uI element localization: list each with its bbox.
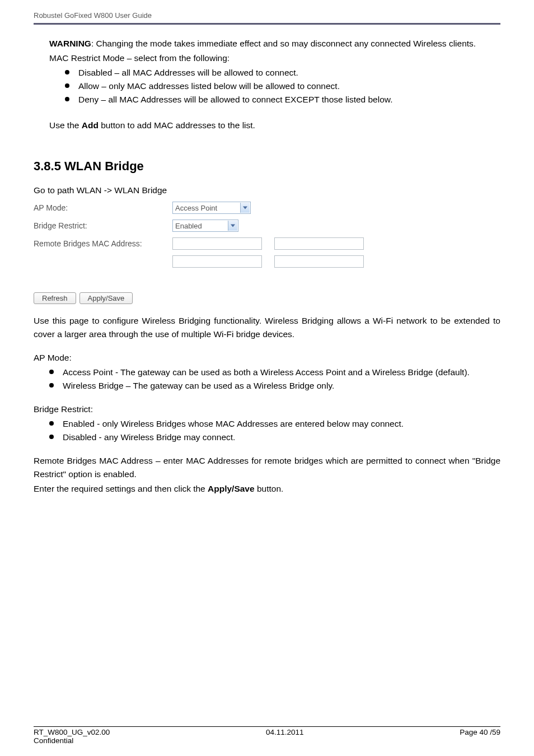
list-item: Access Point - The gateway can be used a… — [49, 366, 500, 379]
ap-mode-value: Access Point — [175, 204, 217, 212]
remote-mac-input-2[interactable] — [274, 237, 364, 250]
enter-bold: Apply/Save — [208, 484, 255, 493]
ap-mode-label: AP Mode: — [34, 203, 172, 212]
remote-mac-row-1: Remote Bridges MAC Address: — [34, 237, 500, 250]
use-add-post: button to add MAC addresses to the list. — [99, 120, 255, 130]
remote-mac-input-4[interactable] — [274, 255, 364, 268]
remote-mac-desc: Remote Bridges MAC Address – enter MAC A… — [34, 454, 500, 481]
ap-mode-row: AP Mode: Access Point — [34, 202, 500, 214]
ap-mode-select[interactable]: Access Point — [172, 202, 251, 214]
list-item: Disabled - any Wireless Bridge may conne… — [49, 431, 500, 444]
remote-mac-row-2 — [34, 255, 500, 268]
use-add-pre: Use the — [49, 120, 82, 130]
list-item: Wireless Bridge – The gateway can be use… — [49, 379, 500, 393]
ap-mode-desc-list: Access Point - The gateway can be used a… — [49, 366, 500, 393]
apply-save-button[interactable]: Apply/Save — [79, 292, 133, 304]
refresh-button[interactable]: Refresh — [34, 292, 76, 304]
svg-marker-1 — [231, 225, 235, 227]
footer-confidential: Confidential — [34, 736, 73, 745]
enter-settings-paragraph: Enter the required settings and then cli… — [34, 482, 500, 496]
svg-marker-0 — [243, 207, 247, 209]
list-item: Enabled - only Wireless Bridges whose MA… — [49, 417, 500, 431]
list-item: Deny – all MAC Addresses will be allowed… — [65, 93, 500, 106]
running-header: Robustel GoFixed W800 User Guide — [34, 11, 500, 25]
use-add-bold: Add — [82, 120, 99, 130]
chevron-down-icon — [228, 221, 237, 231]
ap-mode-desc-heading: AP Mode: — [34, 351, 500, 365]
button-row: Refresh Apply/Save — [34, 292, 500, 304]
warning-paragraph: WARNING: Changing the mode takes immedia… — [49, 37, 500, 50]
bridge-restrict-label: Bridge Restrict: — [34, 221, 172, 230]
mac-restrict-intro: MAC Restrict Mode – select from the foll… — [49, 52, 500, 65]
footer-date: 04.11.2011 — [266, 728, 304, 736]
warning-label: WARNING — [49, 39, 91, 48]
remote-mac-label: Remote Bridges MAC Address: — [34, 239, 172, 248]
bridge-restrict-desc-heading: Bridge Restrict: — [34, 403, 500, 416]
page-footer: RT_W800_UG_v02.00 04.11.2011 Page 40 /59… — [34, 726, 500, 745]
warning-text: : Changing the mode takes immediate effe… — [91, 39, 476, 48]
navigation-path: Go to path WLAN -> WLAN Bridge — [34, 184, 500, 197]
bridge-restrict-desc-list: Enabled - only Wireless Bridges whose MA… — [49, 417, 500, 444]
list-item: Disabled – all MAC Addresses will be all… — [65, 66, 500, 80]
remote-mac-input-3[interactable] — [172, 255, 262, 268]
bridge-restrict-row: Bridge Restrict: Enabled — [34, 220, 500, 232]
bridge-restrict-select[interactable]: Enabled — [172, 220, 238, 232]
chevron-down-icon — [240, 203, 250, 213]
enter-pre: Enter the required settings and then cli… — [34, 484, 208, 493]
use-add-paragraph: Use the Add button to add MAC addresses … — [49, 119, 500, 132]
description-paragraph: Use this page to configure Wireless Brid… — [34, 314, 500, 341]
wlan-bridge-form: AP Mode: Access Point Bridge Restrict: E… — [34, 202, 500, 268]
bridge-restrict-value: Enabled — [175, 222, 202, 230]
section-heading: 3.8.5 WLAN Bridge — [34, 159, 500, 174]
footer-doc-id: RT_W800_UG_v02.00 — [34, 728, 110, 736]
footer-page: Page 40 /59 — [460, 728, 500, 736]
enter-post: button. — [255, 484, 284, 493]
mac-restrict-list: Disabled – all MAC Addresses will be all… — [65, 66, 500, 106]
remote-mac-input-1[interactable] — [172, 237, 262, 250]
list-item: Allow – only MAC addresses listed below … — [65, 80, 500, 93]
